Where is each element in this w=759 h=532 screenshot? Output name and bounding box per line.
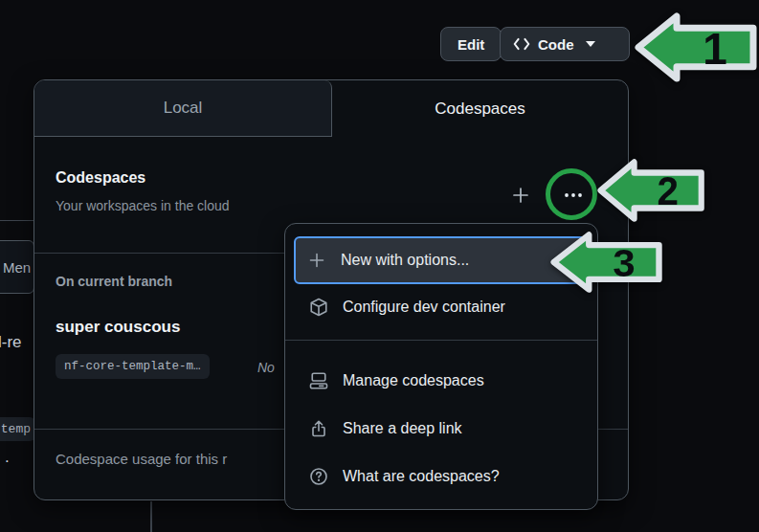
new-codespace-plus-button[interactable] [511,186,530,205]
menu-item-label: What are codespaces? [343,468,500,485]
background-divider-line [0,220,34,221]
edit-button[interactable]: Edit [440,27,502,61]
edit-button-label: Edit [458,36,484,53]
plus-icon [307,252,326,269]
codespaces-section-subtitle: Your workspaces in the cloud [56,198,230,213]
background-vertical-line [150,501,152,532]
codespace-name[interactable]: super couscous [56,318,180,337]
annotation-step-number: 2 [657,168,678,213]
tab-local[interactable]: Local [34,80,332,137]
menu-item-configure-dev-container[interactable]: Configure dev container [296,286,589,328]
code-popover-tabs: Local Codespaces [34,80,628,137]
menu-divider [285,340,597,341]
menu-item-new-with-options[interactable]: New with options... [294,236,591,284]
tab-codespaces-label: Codespaces [435,100,525,119]
menu-item-manage-codespaces[interactable]: Manage codespaces [296,360,589,402]
branch-pill: nf-core-template-m… [56,354,210,379]
code-button[interactable]: Code [500,27,630,61]
background-text-fragment: l-re [0,333,22,352]
tab-codespaces[interactable]: Codespaces [332,80,628,137]
code-icon [513,37,530,51]
menu-item-share-deep-link[interactable]: Share a deep link [296,408,589,450]
menu-item-label: Manage codespaces [343,372,484,389]
codespace-usage-text: Codespace usage for this r [56,451,304,467]
codespaces-kebab-menu-button[interactable] [562,185,585,206]
chevron-down-icon [586,41,595,47]
annotation-step-number: 1 [703,23,727,73]
on-current-branch-label: On current branch [56,274,172,289]
codespaces-icon [309,371,328,390]
branch-pill-label: nf-core-template-m… [64,360,201,373]
background-menu-button-fragment[interactable]: Men [0,240,34,294]
codespaces-context-menu: New with options... Configure dev contai… [284,223,598,510]
menu-item-label: Configure dev container [343,299,505,316]
annotation-arrow-1: 1 [635,11,759,84]
menu-item-label: Share a deep link [343,420,462,437]
menu-item-label: New with options... [341,252,469,269]
menu-item-what-are-codespaces[interactable]: What are codespaces? [296,455,589,498]
codespace-note-fragment: No [257,360,275,375]
background-dot-fragment: . [5,448,10,467]
question-icon [309,467,328,486]
share-icon [309,419,328,438]
code-pill-fragment-label: temp [1,422,35,436]
menu-fragment-label: Men [0,259,31,276]
tab-local-label: Local [164,99,203,118]
background-code-pill-fragment: temp [0,417,35,441]
codespaces-section-title: Codespaces [56,169,145,187]
code-button-label: Code [538,36,574,53]
container-icon [309,298,328,317]
